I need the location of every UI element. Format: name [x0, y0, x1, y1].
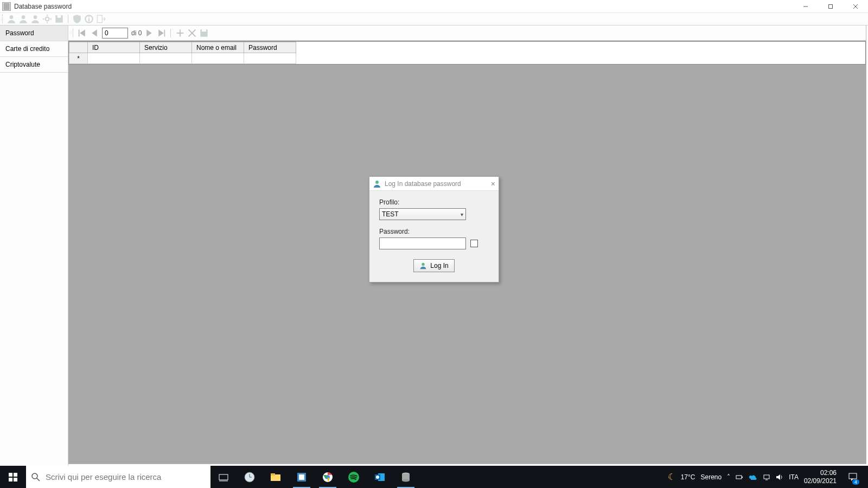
chrome-icon[interactable]: [315, 466, 341, 488]
user-edit-icon[interactable]: [18, 14, 28, 24]
grid-header-servizio[interactable]: Servizio: [140, 42, 192, 53]
svg-rect-60: [736, 476, 742, 479]
svg-rect-65: [849, 473, 857, 479]
login-button[interactable]: Log In: [413, 259, 455, 272]
grid-header-id[interactable]: ID: [88, 42, 140, 53]
dialog-titlebar: Log In database password ×: [369, 177, 499, 191]
show-password-checkbox[interactable]: [470, 240, 478, 247]
sidebar-item-label: Password: [5, 29, 34, 37]
login-button-label: Log In: [430, 262, 448, 269]
settings-app-icon[interactable]: [289, 466, 315, 488]
grid-header-password[interactable]: Password: [244, 42, 296, 53]
weather-moon-icon[interactable]: ☾: [668, 472, 675, 482]
svg-marker-26: [159, 29, 164, 36]
svg-point-10: [34, 15, 37, 19]
save-all-icon[interactable]: [54, 14, 64, 24]
svg-marker-23: [80, 29, 85, 36]
nav-prev-icon[interactable]: [90, 29, 99, 37]
sidebar-item-password[interactable]: Password: [0, 25, 68, 41]
action-center-icon[interactable]: 4: [842, 466, 864, 488]
minimize-button[interactable]: [793, 0, 818, 12]
nav-last-icon[interactable]: [157, 29, 165, 37]
svg-rect-21: [97, 15, 102, 23]
nav-separator: [170, 29, 171, 37]
svg-line-41: [37, 478, 40, 481]
spotify-icon[interactable]: [341, 466, 367, 488]
user-remove-icon[interactable]: [30, 14, 40, 24]
tray-battery-icon[interactable]: [736, 473, 743, 481]
file-explorer-icon[interactable]: [263, 466, 289, 488]
weather-desc[interactable]: Sereno: [700, 473, 722, 481]
close-button[interactable]: [843, 0, 868, 12]
weather-temp[interactable]: 17°C: [681, 473, 695, 481]
window-titlebar: Database password: [0, 0, 868, 12]
sidebar: Password Carte di credito Criptovalute: [0, 25, 68, 466]
profile-value: TEST: [382, 210, 399, 218]
grid-new-row-indicator: *: [69, 53, 88, 64]
svg-rect-48: [271, 473, 275, 476]
table-row[interactable]: *: [69, 53, 296, 64]
clock-date: 02/09/2021: [804, 477, 837, 485]
chevron-down-icon: ▾: [461, 211, 463, 217]
maximize-button[interactable]: [818, 0, 843, 12]
database-app-icon[interactable]: [393, 466, 419, 488]
svg-rect-50: [299, 474, 304, 480]
svg-rect-38: [9, 478, 12, 481]
svg-point-56: [376, 476, 379, 479]
info-icon[interactable]: [84, 14, 94, 24]
nav-delete-icon[interactable]: [188, 29, 196, 37]
tray-onedrive-icon[interactable]: [749, 473, 757, 481]
nav-position-input[interactable]: [102, 28, 128, 38]
tray-chevron-up-icon[interactable]: ˄: [727, 473, 730, 481]
clock-app-icon[interactable]: [237, 466, 263, 488]
grid-cell[interactable]: [192, 53, 244, 64]
nav-save-icon[interactable]: [200, 29, 208, 37]
sidebar-item-crypto[interactable]: Criptovalute: [0, 57, 68, 73]
data-grid[interactable]: ID Servizio Nome o email Password *: [68, 41, 866, 65]
nav-of-label: di 0: [131, 29, 142, 37]
taskbar-clock[interactable]: 02:06 02/09/2021: [804, 469, 837, 485]
grid-cell[interactable]: [140, 53, 192, 64]
svg-marker-64: [776, 474, 780, 480]
svg-point-35: [422, 263, 425, 266]
outlook-icon[interactable]: [367, 466, 393, 488]
svg-rect-17: [58, 15, 61, 18]
window-title: Database password: [14, 3, 72, 10]
tray-network-icon[interactable]: [763, 473, 770, 481]
nav-add-icon[interactable]: [176, 29, 184, 37]
password-input[interactable]: [379, 237, 466, 249]
nav-next-icon[interactable]: [145, 29, 154, 37]
taskbar: Scrivi qui per eseguire la ricerca ☾ 17°…: [0, 466, 868, 488]
search-icon: [31, 473, 40, 481]
svg-point-34: [375, 181, 379, 184]
svg-rect-42: [219, 474, 228, 480]
search-placeholder: Scrivi qui per eseguire la ricerca: [46, 472, 161, 481]
main-toolbar: [0, 12, 868, 25]
start-button[interactable]: [0, 466, 26, 488]
tray-language[interactable]: ITA: [789, 473, 799, 481]
system-tray: ☾ 17°C Sereno ˄ ITA 02:06 02/09/2021 4: [668, 466, 868, 488]
grid-cell[interactable]: [244, 53, 296, 64]
exit-icon[interactable]: [96, 14, 106, 24]
shield-icon[interactable]: [72, 14, 82, 24]
dialog-close-icon[interactable]: ×: [491, 179, 495, 188]
svg-point-59: [402, 479, 410, 481]
svg-point-11: [46, 17, 49, 21]
svg-rect-36: [9, 473, 12, 477]
user-add-icon[interactable]: [7, 14, 16, 24]
svg-rect-5: [829, 4, 833, 8]
svg-rect-39: [14, 478, 17, 481]
grid-cell[interactable]: [88, 53, 140, 64]
svg-point-8: [10, 15, 14, 19]
task-view-icon[interactable]: [210, 466, 237, 488]
svg-marker-25: [147, 29, 152, 36]
sidebar-item-credit-cards[interactable]: Carte di credito: [0, 41, 68, 57]
taskbar-search[interactable]: Scrivi qui per eseguire la ricerca: [26, 466, 210, 488]
nav-first-icon[interactable]: [78, 29, 87, 37]
tray-volume-icon[interactable]: [776, 473, 783, 481]
grid-header-nome-email[interactable]: Nome o email: [192, 42, 244, 53]
settings-gear-icon[interactable]: [42, 14, 52, 24]
profile-select[interactable]: TEST ▾: [379, 208, 466, 220]
record-navigator: di 0: [68, 25, 866, 41]
svg-point-20: [88, 16, 90, 17]
